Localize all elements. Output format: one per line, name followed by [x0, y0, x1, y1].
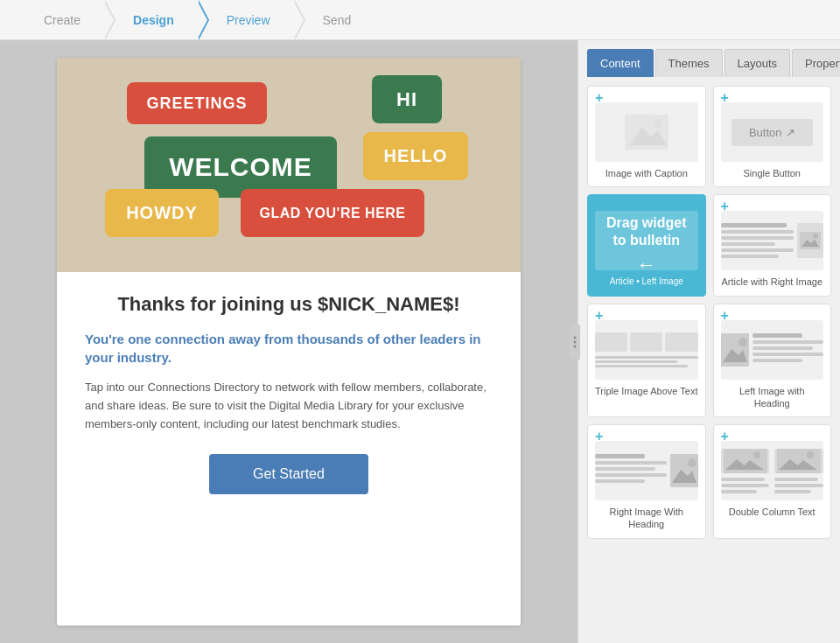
image-placeholder-icon — [625, 115, 668, 150]
widget-left-image-heading[interactable]: + — [713, 304, 832, 418]
sidebar: ▲ Content Themes Layouts Properties + — [578, 40, 840, 643]
speech-bubbles: GREETINGS HI WELCOME HELLO HOWDY GLAD YO… — [57, 58, 521, 272]
widget-img-preview — [721, 320, 824, 380]
widget-img-preview — [595, 320, 698, 380]
col-img-icon — [774, 449, 823, 473]
widget-img-preview — [595, 441, 698, 500]
nav-step-preview[interactable]: Preview — [200, 0, 297, 39]
nav-arrow-inner-2 — [198, 2, 207, 38]
sidebar-widgets: + Image with Caption + — [578, 77, 840, 643]
svg-point-8 — [813, 234, 818, 239]
col-block-right — [774, 449, 823, 493]
tab-content[interactable]: Content — [587, 49, 654, 77]
nav-arrow-inner-3 — [294, 2, 304, 38]
heading-line — [752, 333, 802, 338]
bubble-hello: HELLO — [363, 132, 468, 180]
line — [752, 359, 802, 362]
tab-layouts[interactable]: Layouts — [724, 49, 791, 77]
preview-panel: GREETINGS HI WELCOME HELLO HOWDY GLAD YO… — [0, 40, 578, 643]
email-body: Thanks for joining us $NICK_NAME$! You'r… — [57, 272, 521, 521]
line — [774, 478, 818, 481]
widget-right-image-heading[interactable]: + — [587, 424, 706, 539]
sidebar-tabs: Content Themes Layouts Properties — [578, 40, 840, 77]
widget-label: Double Column Text — [729, 506, 816, 518]
line — [595, 461, 667, 465]
drag-line2: to bulletin — [613, 233, 680, 248]
drag-line1: Drag widget — [606, 215, 687, 230]
line — [774, 484, 823, 487]
tab-properties[interactable]: Properties — [792, 49, 840, 77]
line — [721, 230, 794, 234]
nav-label-preview: Preview — [227, 13, 270, 27]
email-subtitle: You're one connection away from thousand… — [85, 330, 493, 367]
nav-step-send[interactable]: Send — [297, 0, 378, 39]
nav-label-send: Send — [323, 13, 352, 27]
widget-img-preview — [721, 441, 824, 500]
triple-img-row — [595, 332, 698, 352]
bubble-glad: GLAD YOU'RE HERE — [241, 189, 424, 237]
email-cta-button[interactable]: Get Started — [209, 454, 368, 494]
bubble-hi: HI — [372, 75, 442, 123]
widget-img-preview: Button ↗ — [721, 102, 824, 162]
widget-triple-image[interactable]: + — [587, 304, 706, 418]
widget-image-caption[interactable]: + Image with Caption — [587, 86, 706, 187]
svg-point-2 — [574, 345, 577, 347]
article-lines — [721, 223, 794, 258]
app-container: Create Design Preview Send GREETING — [0, 0, 840, 643]
double-col-layout — [721, 449, 824, 493]
svg-point-11 — [738, 338, 747, 346]
col-img — [774, 449, 823, 473]
line — [721, 255, 780, 258]
img-icon — [800, 232, 821, 249]
widget-img-preview — [595, 102, 698, 162]
line — [721, 478, 765, 481]
widget-img-preview — [721, 211, 824, 270]
svg-point-0 — [574, 336, 577, 339]
right-text-block — [752, 333, 824, 367]
img-icon — [721, 333, 749, 367]
svg-point-14 — [688, 458, 696, 467]
nav-label-design: Design — [133, 13, 174, 27]
drag-widget-preview: Drag widget to bulletin ← — [595, 211, 698, 270]
drag-label: Drag widget to bulletin — [602, 211, 691, 252]
line — [721, 490, 758, 493]
widget-drag-highlight[interactable]: Drag widget to bulletin ← Article • Left… — [587, 194, 706, 296]
left-img-box — [721, 333, 749, 367]
line — [721, 248, 794, 252]
text-line — [595, 356, 698, 359]
triple-img-layout — [595, 332, 698, 367]
line — [721, 242, 776, 246]
text-line — [595, 360, 677, 363]
svg-point-5 — [654, 119, 662, 128]
widget-article-right[interactable]: + — [713, 194, 832, 296]
cursor-icon: ↗ — [786, 126, 795, 139]
widget-label: Single Button — [744, 167, 801, 179]
line — [752, 353, 824, 356]
line — [595, 467, 655, 471]
drag-arrow-icon: ← — [637, 254, 656, 270]
img-box — [665, 332, 697, 352]
tab-themes[interactable]: Themes — [655, 49, 723, 77]
article-small-img — [797, 223, 823, 258]
main-content: GREETINGS HI WELCOME HELLO HOWDY GLAD YO… — [0, 40, 840, 643]
img-icon — [670, 454, 698, 487]
line — [595, 479, 645, 483]
text-line — [595, 365, 688, 367]
widget-single-button[interactable]: + Button ↗ Single Button — [713, 86, 832, 187]
line — [752, 346, 813, 350]
img-box — [630, 332, 662, 352]
button-preview: Button ↗ — [732, 119, 813, 146]
nav-step-create[interactable]: Create — [18, 0, 107, 39]
sidebar-collapse-handle[interactable] — [570, 325, 580, 360]
nav-label-create: Create — [44, 13, 80, 27]
line — [752, 340, 824, 344]
email-body-text: Tap into our Connections Directory to ne… — [85, 379, 493, 433]
nav-arrow-inner-1 — [104, 2, 114, 38]
widget-double-column[interactable]: + — [713, 424, 832, 539]
nav-step-design[interactable]: Design — [107, 0, 200, 39]
widget-label: Triple Image Above Text — [595, 385, 697, 397]
svg-point-20 — [807, 451, 814, 458]
article-right-layout — [721, 223, 824, 258]
col-img — [721, 449, 770, 473]
svg-point-17 — [752, 451, 760, 458]
